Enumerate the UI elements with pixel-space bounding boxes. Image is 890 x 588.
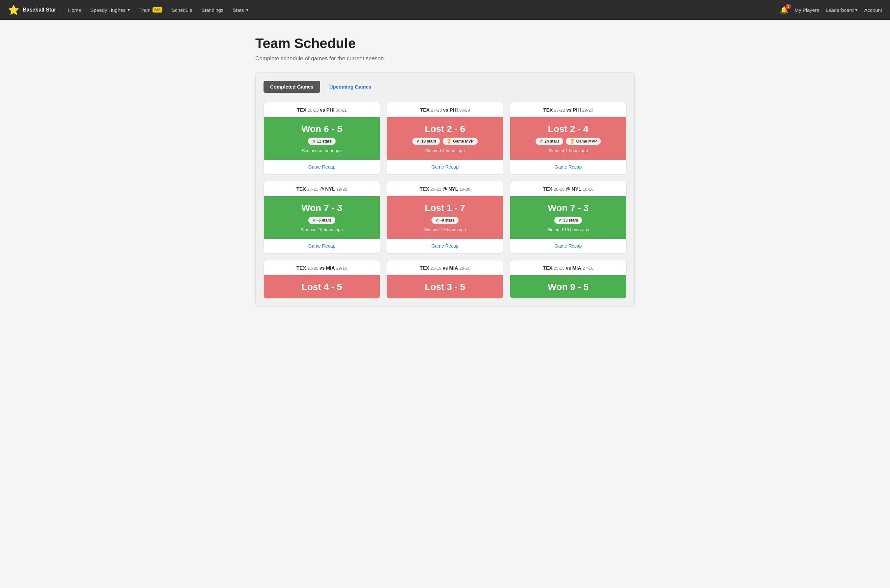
- game-card-header: TEX 25-20 vs MIA 29-16: [264, 260, 380, 275]
- star-icon: ☆: [436, 218, 439, 222]
- notification-count: 1: [786, 4, 791, 9]
- main-content: Team Schedule Complete schedule of games…: [247, 20, 643, 322]
- away-team: NYL: [571, 186, 581, 192]
- game-card: TEX 27-21 @ NYL 19-29 Won 7 - 3 ☆ -6 sta…: [263, 181, 380, 254]
- away-team: MIA: [326, 265, 335, 271]
- home-record: 25-19: [430, 266, 443, 271]
- game-result: Won 7 - 3 ☆ -6 stars Simmed 10 hours ago: [264, 196, 380, 239]
- badges-container: ☆ 24 stars🏆 Game MVP: [516, 138, 621, 145]
- simmed-time: Simmed an hour ago: [269, 148, 374, 153]
- game-score: Won 6 - 5: [269, 124, 374, 134]
- page-subtitle: Complete schedule of games for the curre…: [255, 55, 635, 62]
- nav-standings[interactable]: Standings: [198, 5, 228, 15]
- nav-account[interactable]: Account: [864, 7, 882, 13]
- opponent-prefix: @: [320, 186, 324, 192]
- opponent-prefix: vs: [443, 266, 448, 271]
- game-card-header: TEX 27-22 vs PHI 29-20: [510, 102, 626, 117]
- home-record: 25-20: [307, 266, 320, 271]
- home-team: TEX: [543, 107, 553, 112]
- game-result: Lost 1 - 7 ☆ -9 stars Simmed 13 hours ag…: [387, 196, 503, 239]
- nav-right: 🔔 1 My Players Leaderboard ▾ Account: [780, 6, 882, 14]
- home-record: 27-21: [307, 187, 320, 192]
- result-badge: 🏆 Game MVP: [566, 138, 601, 145]
- tab-upcoming-games[interactable]: Upcoming Games: [323, 81, 378, 93]
- away-record: 19-28: [460, 187, 471, 192]
- game-recap-link[interactable]: Game Recap: [510, 239, 626, 253]
- opponent-prefix: vs: [443, 107, 448, 112]
- game-card: TEX 28-23 vs PHI 30-21 Won 6 - 5 ☆ 11 st…: [263, 102, 380, 174]
- badges-container: ☆ 18 stars🏆 Game MVP: [392, 138, 498, 145]
- home-record: 25-18: [554, 266, 566, 271]
- game-score: Lost 1 - 7: [392, 203, 498, 213]
- page-title: Team Schedule: [255, 36, 635, 51]
- game-score: Won 7 - 3: [516, 203, 621, 213]
- badges-container: ☆ 11 stars: [269, 138, 374, 145]
- game-card: TEX 26-20 @ NYL 18-28 Won 7 - 3 ☆ 33 sta…: [510, 181, 627, 254]
- game-score: Won 9 - 5: [516, 282, 621, 292]
- star-icon: ☆: [540, 139, 543, 144]
- away-record: 30-21: [336, 108, 347, 112]
- chevron-down-icon: ▾: [128, 7, 130, 13]
- nav-schedule[interactable]: Schedule: [168, 5, 196, 15]
- nav-train[interactable]: Train 558: [135, 5, 166, 15]
- home-record: 27-23: [431, 108, 443, 112]
- tab-completed-games[interactable]: Completed Games: [263, 81, 320, 93]
- home-record: 26-21: [430, 187, 443, 192]
- game-result: Won 9 - 5: [510, 275, 626, 298]
- game-result: Lost 2 - 4 ☆ 24 stars🏆 Game MVP Simmed 7…: [510, 117, 626, 160]
- game-card-header: TEX 28-23 vs PHI 30-21: [264, 102, 380, 117]
- game-recap-link[interactable]: Game Recap: [387, 239, 503, 253]
- home-team: TEX: [296, 186, 306, 192]
- home-record: 26-20: [554, 187, 566, 192]
- away-team: PHI: [573, 107, 581, 112]
- nav-home[interactable]: Home: [64, 5, 85, 15]
- game-card-header: TEX 27-23 vs PHI 30-20: [387, 102, 503, 117]
- stats-chevron-icon: ▾: [246, 7, 249, 13]
- result-badge: ☆ 11 stars: [308, 138, 336, 145]
- notification-bell[interactable]: 🔔 1: [780, 6, 788, 14]
- brand-name: Baseball Star: [23, 7, 56, 13]
- trophy-icon: 🏆: [447, 139, 452, 144]
- away-team: NYL: [448, 186, 458, 192]
- home-team: TEX: [543, 265, 552, 271]
- game-score: Lost 2 - 6: [392, 124, 498, 134]
- simmed-time: Simmed 4 hours ago: [392, 148, 498, 153]
- game-recap-link[interactable]: Game Recap: [510, 160, 626, 174]
- home-team: TEX: [419, 186, 429, 192]
- simmed-time: Simmed 10 hours ago: [269, 227, 374, 232]
- game-card-header: TEX 25-19 vs MIA 28-16: [387, 260, 503, 275]
- games-grid: TEX 28-23 vs PHI 30-21 Won 6 - 5 ☆ 11 st…: [263, 102, 627, 298]
- nav-speedy-hughes[interactable]: Speedy Hughes ▾: [86, 5, 134, 15]
- game-card-header: TEX 27-21 @ NYL 19-29: [264, 182, 380, 196]
- game-recap-link[interactable]: Game Recap: [264, 160, 380, 174]
- game-recap-link[interactable]: Game Recap: [264, 239, 380, 253]
- home-team: TEX: [296, 265, 306, 271]
- away-team: NYL: [325, 186, 335, 192]
- nav-stats[interactable]: Stats ▾: [229, 5, 252, 15]
- result-badge: ☆ 18 stars: [412, 138, 440, 145]
- badges-container: ☆ -6 stars: [269, 217, 374, 224]
- nav-leaderboard[interactable]: Leaderboard ▾: [826, 7, 858, 13]
- nav-my-players[interactable]: My Players: [795, 7, 819, 13]
- opponent-prefix: vs: [320, 266, 325, 271]
- game-score: Won 7 - 3: [269, 203, 374, 213]
- simmed-time: Simmed 7 hours ago: [516, 148, 621, 153]
- trophy-icon: 🏆: [570, 139, 575, 144]
- away-team: PHI: [450, 107, 458, 112]
- badges-container: ☆ 33 stars: [516, 217, 621, 224]
- away-team: PHI: [326, 107, 335, 112]
- game-recap-link[interactable]: Game Recap: [387, 160, 503, 174]
- opponent-prefix: vs: [320, 107, 325, 112]
- home-team: TEX: [419, 265, 429, 271]
- game-card: TEX 25-18 vs MIA 27-16 Won 9 - 5: [510, 260, 627, 298]
- brand[interactable]: ⭐ Baseball Star: [8, 4, 56, 15]
- away-record: 30-20: [459, 108, 470, 112]
- away-record: 29-20: [582, 108, 593, 112]
- train-badge: 558: [152, 7, 162, 12]
- badges-container: ☆ -9 stars: [392, 217, 498, 224]
- nav-links: Home Speedy Hughes ▾ Train 558 Schedule …: [64, 5, 780, 15]
- game-score: Lost 2 - 4: [516, 124, 621, 134]
- game-card-header: TEX 26-20 @ NYL 18-28: [510, 182, 626, 196]
- tabs: Completed Games Upcoming Games: [263, 81, 627, 93]
- game-card: TEX 27-23 vs PHI 30-20 Lost 2 - 6 ☆ 18 s…: [387, 102, 503, 174]
